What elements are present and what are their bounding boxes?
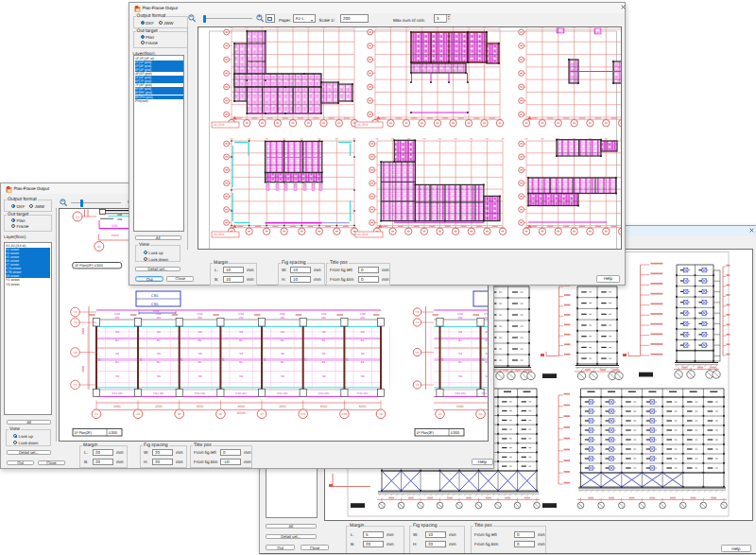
svg-text:S3: S3 <box>485 330 489 334</box>
svg-text:CS3 203: CS3 203 <box>318 391 330 395</box>
svg-text:X1: X1 <box>97 245 101 249</box>
svg-text:Y3: Y3 <box>416 321 420 324</box>
svg-text:Y1: Y1 <box>416 383 420 387</box>
svg-text:202: 202 <box>321 316 326 320</box>
svg-text:B1: B1 <box>239 338 243 342</box>
svg-text:1/200: 1/200 <box>451 431 460 435</box>
svg-text:S3: S3 <box>115 374 119 378</box>
svg-text:S3: S3 <box>239 330 243 334</box>
svg-text:2011: 2011 <box>346 356 349 361</box>
svg-text:CS3 203: CS3 203 <box>195 391 206 395</box>
svg-text:3000: 3000 <box>81 366 85 373</box>
svg-text:B1: B1 <box>485 360 489 364</box>
svg-text:2011: 2011 <box>264 356 266 361</box>
svg-text:1F Plan(2F): 1F Plan(2F) <box>417 431 435 435</box>
svg-text:41-23.6: 41-23.6 <box>357 123 369 127</box>
svg-text:B1: B1 <box>198 338 202 342</box>
svg-text:CS3: CS3 <box>112 224 118 228</box>
svg-text:41-23.6: 41-23.6 <box>214 233 225 236</box>
svg-text:202: 202 <box>360 316 365 320</box>
svg-text:202: 202 <box>485 316 489 320</box>
svg-text:41-23.6: 41-23.6 <box>214 123 225 127</box>
svg-text:X4: X4 <box>479 412 483 416</box>
svg-text:YP: YP <box>416 351 420 355</box>
svg-text:S3: S3 <box>281 330 284 334</box>
svg-text:4500: 4500 <box>279 405 286 408</box>
svg-text:S3: S3 <box>458 352 462 356</box>
svg-text:B1: B1 <box>361 338 365 342</box>
svg-text:2011: 2011 <box>441 356 444 361</box>
svg-text:Y4: Y4 <box>74 310 77 314</box>
svg-text:6500: 6500 <box>320 405 328 408</box>
svg-text:202: 202 <box>198 316 202 320</box>
svg-text:45500: 45500 <box>236 411 245 415</box>
svg-text:B1: B1 <box>115 360 119 364</box>
svg-text:2011: 2011 <box>304 356 307 361</box>
svg-text:S3: S3 <box>198 352 202 356</box>
svg-text:S3: S3 <box>157 330 161 334</box>
svg-text:Y1: Y1 <box>74 383 77 387</box>
svg-text:S3: S3 <box>485 374 489 378</box>
svg-text:6500: 6500 <box>197 405 204 408</box>
svg-text:S3: S3 <box>322 374 326 378</box>
svg-text:Y1: Y1 <box>76 216 79 219</box>
svg-text:2011: 2011 <box>98 356 101 361</box>
svg-text:B1: B1 <box>115 338 119 342</box>
svg-text:202: 202 <box>156 316 161 320</box>
svg-text:S3: S3 <box>458 330 462 334</box>
svg-text:B1: B1 <box>281 338 284 342</box>
svg-text:B1: B1 <box>157 360 161 364</box>
svg-text:CB1: CB1 <box>151 293 160 298</box>
svg-text:CS3 203: CS3 203 <box>357 391 369 395</box>
svg-text:S3: S3 <box>281 374 284 378</box>
svg-text:X8: X8 <box>379 412 383 416</box>
svg-text:2011: 2011 <box>482 356 485 361</box>
svg-text:1F Plan(2F): 1F Plan(2F) <box>75 431 93 435</box>
svg-text:2011: 2011 <box>180 356 183 361</box>
svg-text:S3: S3 <box>458 374 462 378</box>
svg-text:202: 202 <box>115 316 120 320</box>
svg-text:S3: S3 <box>281 352 284 356</box>
svg-text:X7B: X7B <box>342 412 348 416</box>
svg-text:S3: S3 <box>115 330 119 334</box>
svg-text:202: 202 <box>280 316 284 320</box>
svg-text:S3: S3 <box>361 352 365 356</box>
svg-text:X7A: X7A <box>301 412 306 416</box>
svg-text:B1: B1 <box>458 338 462 342</box>
svg-text:S3: S3 <box>198 374 202 378</box>
svg-text:X4: X4 <box>136 412 140 416</box>
svg-text:2011: 2011 <box>222 356 225 361</box>
svg-text:X1: X1 <box>438 412 442 416</box>
svg-text:S3: S3 <box>361 330 365 334</box>
svg-text:X6: X6 <box>219 412 223 416</box>
svg-text:S3: S3 <box>239 352 243 356</box>
svg-text:4500: 4500 <box>155 405 163 408</box>
svg-text:B1: B1 <box>458 360 462 364</box>
svg-text:B1: B1 <box>361 360 365 364</box>
svg-text:CS3 203: CS3 203 <box>153 391 164 395</box>
svg-text:202: 202 <box>458 316 463 320</box>
svg-text:CS3 203: CS3 203 <box>236 391 248 395</box>
svg-text:CB1: CB1 <box>151 302 160 306</box>
svg-text:S3: S3 <box>361 374 365 378</box>
svg-text:B1: B1 <box>239 360 243 364</box>
svg-text:41-23.6: 41-23.6 <box>357 233 369 236</box>
svg-text:S3: S3 <box>115 352 119 356</box>
svg-text:B1: B1 <box>281 360 284 364</box>
svg-text:6000: 6000 <box>238 405 246 408</box>
svg-text:Y3: Y3 <box>74 321 77 324</box>
svg-text:CS3 203: CS3 203 <box>455 391 466 395</box>
svg-text:X1: X1 <box>94 412 98 416</box>
svg-text:B1: B1 <box>485 338 489 342</box>
svg-text:S3: S3 <box>157 374 161 378</box>
svg-text:YP: YP <box>73 351 77 355</box>
svg-text:202: 202 <box>239 316 244 320</box>
svg-text:418: 418 <box>117 217 122 221</box>
svg-text:S3: S3 <box>239 374 243 378</box>
svg-text:1F Plan(2F) 1/200: 1F Plan(2F) 1/200 <box>75 264 103 268</box>
svg-text:CS3 203: CS3 203 <box>112 391 123 395</box>
svg-text:X5: X5 <box>178 412 181 416</box>
svg-text:S3: S3 <box>198 330 202 334</box>
svg-text:X7: X7 <box>260 412 264 416</box>
svg-text:Y4: Y4 <box>416 310 420 314</box>
